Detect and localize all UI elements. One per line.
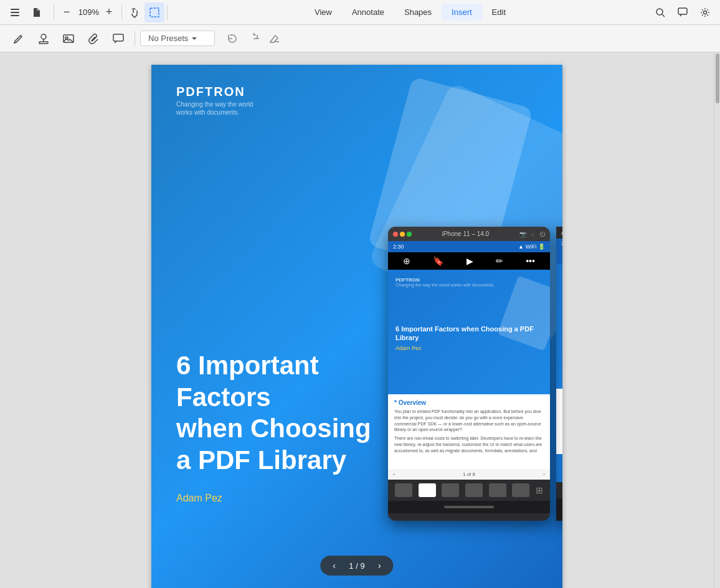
pdf-page: PDFTRON Changing the way the world works… [151,65,562,588]
file-icon [31,7,41,17]
iphone-more-icon: ••• [526,256,535,266]
svg-rect-0 [11,9,19,10]
presets-dropdown[interactable]: No Presets [140,31,215,46]
image-icon [62,32,75,45]
select-icon [149,7,160,18]
iphone-view-btn-4 [465,483,483,497]
sidebar-toggle-button[interactable] [5,2,25,22]
nav-divider-1 [54,5,54,20]
android-titlebar: Android Emulator - Pixel_3a_AP... [556,227,562,239]
svg-point-8 [41,34,46,39]
iphone-doc-preview: PDFTRON Changing the way the world works… [388,270,550,394]
svg-line-5 [662,14,665,17]
pdf-container[interactable]: PDFTRON Changing the way the world works… [0,52,714,588]
next-page-button[interactable]: › [374,559,385,572]
iphone-view-btn-3 [442,483,459,497]
iphone-signal-icons: ▲ WiFi 🔋 [518,244,545,250]
android-mockup: Android Emulator - Pixel_3a_AP... 2:30 📶… [556,227,562,521]
iphone-titlebar: iPhone 11 – 14.0 📷 ⌂ ⏻ [388,227,550,241]
svg-point-4 [656,9,663,15]
iphone-titlebar-icons: 📷 ⌂ ⏻ [519,231,545,237]
iphone-view-btn-2 [419,483,436,497]
iphone-home-indicator [444,506,494,508]
android-window-title: Android Emulator - Pixel_3a_AP... [561,229,562,236]
image-tool-button[interactable] [57,27,80,50]
nav-divider-3 [167,5,168,20]
sidebar-icon [10,7,20,17]
nav-left-controls [5,2,46,22]
main-content-area: PDFTRON Changing the way the world works… [0,52,720,588]
android-time: 2:30 [561,240,562,246]
pdftron-tagline: Changing the way the world works with do… [176,100,253,116]
iphone-page-left-icon: ‹ [393,472,395,477]
comment-icon [678,7,688,17]
attachment-tool-button[interactable] [82,27,105,50]
scrollbar-track[interactable] [714,52,720,588]
android-view-controls: ⊞ [556,482,562,498]
pan-tool-button[interactable] [125,2,144,22]
iphone-camera-icon: 📷 [519,231,526,237]
undo-button[interactable] [222,29,242,49]
iphone-screen-wrapper: 2:30 ▲ WiFi 🔋 ⊕ 🔖 ▶ ✏ ••• [388,241,550,513]
iphone-home-bar [388,501,550,513]
page-navigation-bar: ‹ 1 / 9 › [320,556,393,576]
android-back-icon: ← [561,252,562,260]
menu-item-edit[interactable]: Edit [482,4,516,21]
nav-divider-2 [121,5,122,20]
iphone-power-icon: ⏻ [539,231,545,237]
svg-rect-1 [11,12,19,13]
search-button[interactable] [650,2,670,22]
iphone-page-indicator: 1 of 8 [463,472,475,477]
settings-button[interactable] [695,2,715,22]
pdf-document-title: 6 Important Factors when Choosing a PDF … [176,350,413,476]
iphone-status-bar: 2:30 ▲ WiFi 🔋 [388,241,550,252]
scrollbar-thumb[interactable] [716,54,719,103]
iphone-view-btn-5 [489,483,506,497]
minimize-dot [400,232,405,237]
menu-item-insert[interactable]: Insert [442,4,482,21]
iphone-overview-text: You plan to embed PDF functionality into… [394,409,544,433]
callout-tool-button[interactable] [107,27,130,50]
search-icon [655,7,665,17]
iphone-view-btn-1 [395,483,412,497]
callout-icon [112,32,125,45]
iphone-share-icon: ▶ [467,256,473,266]
iphone-search-icon: 🔖 [433,256,443,266]
file-button[interactable] [26,2,46,22]
menu-item-shapes[interactable]: Shapes [394,4,442,21]
pdftron-logo-area: PDFTRON Changing the way the world works… [176,85,253,116]
stamp-icon [37,32,50,45]
iphone-overview-more-text: There are non-trivial costs to switching… [394,435,544,453]
close-dot [393,232,398,237]
menu-item-view[interactable]: View [305,4,342,21]
pan-icon [129,7,140,18]
select-tool-button[interactable] [144,2,164,22]
settings-icon [700,7,710,17]
erase-button[interactable] [265,29,285,49]
comment-button[interactable] [673,2,693,22]
stamp-tool-button[interactable] [32,27,55,50]
zoom-in-button[interactable]: + [99,2,119,22]
iphone-window-dots [393,232,412,237]
redo-button[interactable] [244,29,263,49]
device-mockups-container: iPhone 11 – 14.0 📷 ⌂ ⏻ 2:30 [388,227,562,521]
android-document-screen: PDFTRON Changing the way the world works… [556,264,562,482]
svg-rect-3 [150,8,159,17]
iphone-overview-section: * Overview You plan to embed PDF functio… [388,394,550,469]
maximize-dot [407,232,412,237]
iphone-mockup: iPhone 11 – 14.0 📷 ⌂ ⏻ 2:30 [388,227,550,521]
svg-rect-6 [678,8,687,14]
iphone-home-icon: ⌂ [531,231,534,237]
pen-tool-button[interactable] [7,27,30,50]
svg-rect-2 [11,15,19,16]
menu-item-annotate[interactable]: Annotate [342,4,394,21]
iphone-bottom-nav: ⊞ [388,480,550,501]
svg-rect-13 [113,34,123,41]
pen-icon [12,32,25,45]
zoom-out-button[interactable]: − [57,2,77,22]
presets-label: No Presets [148,34,188,43]
zoom-value-label: 109% [77,7,99,17]
toolbar-divider [135,31,135,46]
iphone-doc-author: Adam Pez [396,345,542,351]
prev-page-button[interactable]: ‹ [329,559,339,572]
